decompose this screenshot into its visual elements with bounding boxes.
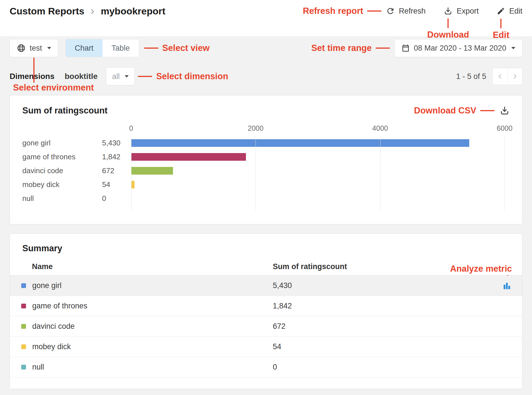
environment-select-value: test: [30, 44, 42, 53]
row-name: gone girl: [32, 281, 62, 290]
header-actions: Refresh report Refresh: [303, 6, 522, 16]
annotation-analyze-metric-label: Analyze metric: [450, 264, 512, 274]
annotation-select-dimension-label: Select dimension: [156, 71, 228, 81]
annotation-line: [33, 58, 34, 83]
chart-category-label: gone girl: [22, 139, 102, 147]
breadcrumb-current: mybookreport: [101, 6, 165, 17]
chart-row-label: mobey dick54: [22, 178, 131, 192]
annotation-line: [376, 48, 390, 49]
breadcrumb-custom-reports[interactable]: Custom Reports: [10, 6, 84, 17]
breadcrumb: Custom Reports mybookreport: [10, 6, 165, 17]
annotation-download-csv-label: Download CSV: [414, 106, 476, 116]
tab-chart[interactable]: Chart: [66, 39, 103, 57]
calendar-icon: [401, 44, 410, 52]
annotation-select-view: Select view: [144, 43, 209, 53]
chevron-right-icon: [511, 72, 519, 80]
download-icon: [444, 7, 453, 16]
row-name: game of thrones: [32, 302, 87, 310]
chart-row: [131, 192, 505, 205]
chart-bar: [131, 167, 173, 175]
annotation-download-csv: Download CSV: [414, 106, 494, 116]
chart-bar: [131, 153, 246, 161]
annotation-line: [447, 18, 449, 28]
custom-report-page: Custom Reports mybookreport Refresh repo…: [0, 0, 532, 389]
chart-value-label: 672: [102, 166, 114, 175]
tab-table[interactable]: Table: [103, 39, 139, 57]
date-range-value: 08 Mar 2020 - 13 Mar 2020: [414, 44, 506, 53]
gridline: [131, 136, 131, 210]
table-row[interactable]: null 0: [10, 357, 522, 377]
chart-value-label: 5,430: [102, 139, 120, 147]
series-color-swatch: [21, 304, 26, 308]
chart-card: Sum of ratingscount Download CSV gone gi…: [10, 95, 522, 224]
table-row[interactable]: game of thrones 1,842: [10, 296, 522, 316]
toolbar: test Chart Table Select view Set time ra…: [0, 39, 532, 57]
download-icon: [499, 106, 510, 116]
annotation-line: [500, 19, 501, 28]
dimension-name: booktitle: [65, 72, 98, 81]
chart-row: [131, 136, 505, 150]
annotation-download-label: Download: [427, 30, 469, 40]
gridline: [504, 136, 505, 210]
gridline: [256, 136, 256, 210]
environment-select[interactable]: test: [10, 39, 58, 57]
annotation-set-time-range: Set time range: [311, 43, 390, 53]
table-row[interactable]: davinci code 672: [10, 316, 522, 337]
table-row[interactable]: mobey dick 54: [10, 337, 522, 357]
header: Custom Reports mybookreport Refresh repo…: [0, 0, 532, 36]
edit-button-label: Edit: [509, 7, 522, 16]
summary-title: Summary: [10, 243, 522, 254]
chart-category-label: null: [22, 194, 102, 203]
x-axis-tick: 0: [129, 124, 133, 132]
chart-title: Sum of ratingscount: [22, 106, 107, 116]
row-name: davinci code: [32, 322, 75, 331]
series-color-swatch: [21, 283, 26, 288]
chart-row: [131, 150, 505, 164]
download-csv-button[interactable]: [499, 106, 510, 116]
analyze-metric-button[interactable]: [502, 281, 511, 290]
column-header-name: Name: [21, 262, 273, 271]
dimension-value: all: [112, 72, 120, 81]
dimension-value-select[interactable]: all: [106, 67, 135, 85]
pagination-next-button[interactable]: [507, 68, 522, 85]
annotation-edit-label: Edit: [493, 30, 509, 40]
chart-value-label: 1,842: [102, 153, 120, 161]
row-value: 5,430: [273, 281, 292, 290]
chart-bar: [131, 181, 135, 188]
export-button[interactable]: Download Export: [444, 7, 479, 16]
series-color-swatch: [21, 344, 26, 349]
pagination: [492, 68, 522, 85]
chart-bar: [131, 139, 469, 147]
pagination-prev-button[interactable]: [493, 68, 507, 85]
chevron-down-icon: [125, 75, 129, 78]
chart-category-label: mobey dick: [22, 180, 102, 189]
chart-value-label: 0: [102, 194, 106, 203]
dimensions-label: Dimensions: [10, 72, 55, 81]
annotation-set-time-range-label: Set time range: [311, 43, 372, 53]
row-value: 54: [273, 342, 281, 351]
refresh-button[interactable]: Refresh: [386, 7, 426, 16]
chart-category-label: game of thrones: [22, 153, 102, 161]
row-value: 0: [273, 363, 277, 372]
date-range-picker[interactable]: 08 Mar 2020 - 13 Mar 2020: [394, 39, 522, 57]
chevron-down-icon: [511, 47, 515, 49]
chart-row-label: game of thrones1,842: [22, 150, 131, 164]
series-color-swatch: [21, 324, 26, 329]
breadcrumb-chevron-icon: [89, 8, 96, 15]
annotation-line: [138, 76, 152, 77]
column-header-value: Sum of ratingscount: [273, 262, 347, 271]
x-axis-tick: 4000: [372, 124, 388, 132]
edit-button[interactable]: Edit Edit: [497, 7, 522, 16]
chart-category-label: davinci code: [22, 166, 102, 175]
annotation-select-environment-label: Select environment: [13, 83, 94, 93]
pagination-label: 1 - 5 of 5: [456, 72, 486, 81]
x-axis-tick: 2000: [248, 124, 264, 132]
edit-pencil-icon: [497, 7, 505, 15]
table-row[interactable]: gone girl 5,430: [10, 276, 522, 296]
row-name: mobey dick: [32, 342, 71, 351]
refresh-icon: [386, 7, 395, 16]
annotation-select-view-label: Select view: [162, 43, 209, 53]
bar-chart: gone girl5,430 game of thrones1,842 davi…: [22, 120, 510, 210]
annotation-select-dimension: Select dimension: [138, 71, 228, 81]
annotation-line: [144, 48, 158, 49]
